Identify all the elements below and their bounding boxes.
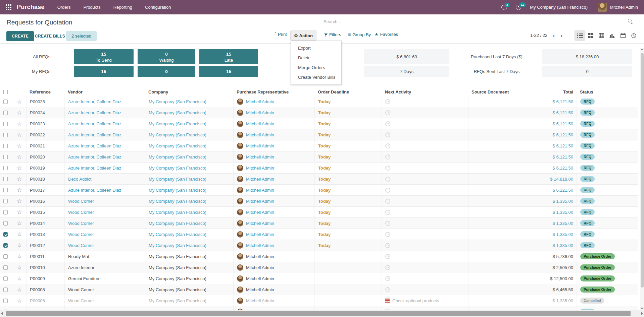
activity-clock-icon[interactable]	[385, 243, 390, 248]
favorites-button[interactable]: ★ Favorites	[375, 32, 398, 37]
kpi-to-send-my[interactable]: 15	[74, 66, 134, 77]
pivot-view-button[interactable]	[596, 30, 607, 41]
vertical-scrollbar[interactable]	[640, 48, 644, 310]
pager-prev-icon[interactable]: ‹	[553, 33, 555, 38]
menu-item-delete[interactable]: Delete	[291, 53, 341, 63]
favorite-star-icon[interactable]: ☆	[17, 220, 22, 226]
table-row[interactable]: ☆P00011Ready MatMy Company (San Francisc…	[0, 251, 638, 262]
table-row[interactable]: ☆P00025Azure Interior, Colleen DiazMy Co…	[0, 96, 638, 107]
activity-clock-icon[interactable]	[385, 166, 390, 171]
favorite-star-icon[interactable]: ☆	[17, 99, 22, 105]
menu-item-create-vendor-bills[interactable]: Create Vendor Bills	[291, 72, 341, 82]
col-order-deadline[interactable]: Order Deadline	[314, 88, 382, 96]
table-row[interactable]: ☆P00020Azure Interior, Colleen DiazMy Co…	[0, 151, 638, 163]
scroll-up-icon[interactable]	[640, 49, 644, 50]
search-icon[interactable]	[628, 19, 632, 22]
table-row[interactable]: ☆P00006Wood CornerMy Company (San Franci…	[0, 295, 638, 306]
row-checkbox[interactable]	[3, 299, 8, 303]
activity-clock-icon[interactable]	[385, 210, 390, 215]
activities-icon[interactable]: 12	[516, 5, 521, 10]
favorite-star-icon[interactable]: ☆	[17, 265, 22, 270]
favorite-star-icon[interactable]: ☆	[17, 187, 22, 193]
table-row[interactable]: ☆P00010Azure InteriorMy Company (San Fra…	[0, 262, 638, 273]
row-checkbox[interactable]	[3, 177, 8, 181]
favorite-star-icon[interactable]: ☆	[17, 232, 22, 237]
table-row[interactable]: ☆P00024Azure Interior, Colleen DiazMy Co…	[0, 107, 638, 118]
search-input[interactable]	[323, 18, 623, 27]
row-checkbox[interactable]	[3, 111, 8, 115]
col-status[interactable]: Status	[577, 88, 638, 96]
col-source-document[interactable]: Source Document	[468, 88, 527, 96]
activity-clock-icon[interactable]	[385, 177, 390, 182]
table-row[interactable]: ☆P00009Gemini FurnitureMy Company (San F…	[0, 273, 638, 284]
scroll-right-icon[interactable]	[641, 312, 643, 315]
row-checkbox[interactable]	[3, 254, 8, 259]
activity-clock-icon[interactable]	[385, 121, 390, 126]
nav-orders[interactable]: Orders	[57, 5, 71, 10]
col-company[interactable]: Company	[145, 88, 233, 96]
row-checkbox[interactable]	[3, 210, 8, 214]
activity-clock-icon[interactable]	[385, 265, 390, 270]
apps-grid-icon[interactable]	[6, 4, 11, 10]
favorite-star-icon[interactable]: ☆	[17, 287, 22, 293]
row-checkbox[interactable]	[3, 265, 8, 270]
row-checkbox[interactable]	[3, 276, 8, 281]
favorite-star-icon[interactable]: ☆	[17, 276, 22, 281]
horizontal-scrollbar[interactable]	[0, 310, 644, 317]
col-total[interactable]: Total	[527, 88, 577, 96]
activity-late-icon[interactable]	[385, 299, 390, 303]
favorite-star-icon[interactable]: ☆	[17, 298, 22, 304]
kpi-to-send-all[interactable]: 15 To Send	[74, 49, 134, 64]
action-button[interactable]: ⚙ Action	[290, 30, 316, 41]
filters-button[interactable]: Filters	[324, 32, 341, 37]
graph-view-button[interactable]	[607, 30, 617, 41]
activity-clock-icon[interactable]	[385, 287, 390, 292]
row-checkbox[interactable]	[3, 122, 8, 126]
kanban-view-button[interactable]	[585, 30, 596, 41]
table-row[interactable]: ☆P00012Wood CornerMy Company (San Franci…	[0, 240, 638, 251]
activity-clock-icon[interactable]	[385, 188, 390, 193]
create-bills-button[interactable]: CREATE BILLS	[31, 31, 69, 41]
nav-configuration[interactable]: Configuration	[145, 5, 171, 10]
favorite-star-icon[interactable]: ☆	[17, 132, 22, 138]
favorite-star-icon[interactable]: ☆	[17, 254, 22, 259]
nav-reporting[interactable]: Reporting	[113, 5, 132, 10]
user-avatar[interactable]	[598, 3, 607, 12]
scroll-left-icon[interactable]	[1, 312, 3, 315]
table-row[interactable]: ☆P00014Wood CornerMy Company (San Franci…	[0, 218, 638, 229]
activity-clock-icon[interactable]	[385, 99, 390, 104]
menu-item-merge-orders[interactable]: Merge Orders	[291, 63, 341, 72]
favorite-star-icon[interactable]: ☆	[17, 243, 22, 248]
pager-next-icon[interactable]: ›	[560, 33, 562, 38]
table-row[interactable]: ☆P00016Wood CornerMy Company (San Franci…	[0, 196, 638, 207]
list-view-button[interactable]	[575, 30, 585, 41]
row-checkbox[interactable]	[3, 199, 8, 203]
messages-icon[interactable]: 4	[501, 5, 507, 9]
groupby-button[interactable]: ≡ Group By	[348, 32, 371, 37]
activity-clock-icon[interactable]	[385, 143, 390, 148]
kpi-late-my[interactable]: 15	[199, 66, 258, 77]
menu-item-export[interactable]: Export	[291, 43, 341, 53]
col-purchase-representative[interactable]: Purchase Representative	[233, 88, 314, 96]
favorite-star-icon[interactable]: ☆	[17, 209, 22, 215]
table-row[interactable]: ☆P00008Wood CornerMy Company (San Franci…	[0, 284, 638, 295]
kpi-late-all[interactable]: 15 Late	[199, 49, 258, 64]
row-checkbox[interactable]	[3, 166, 8, 170]
activity-clock-icon[interactable]	[385, 154, 390, 160]
table-row[interactable]: ☆P00022Azure Interior, Colleen DiazMy Co…	[0, 129, 638, 140]
favorite-star-icon[interactable]: ☆	[17, 198, 22, 204]
table-row[interactable]: ☆P00018Deco AddictMy Company (San Franci…	[0, 174, 638, 185]
nav-products[interactable]: Products	[83, 5, 100, 10]
activity-view-button[interactable]	[628, 30, 639, 41]
row-checkbox[interactable]	[3, 232, 8, 237]
row-checkbox[interactable]	[3, 288, 8, 292]
activity-clock-icon[interactable]	[385, 221, 390, 226]
favorite-star-icon[interactable]: ☆	[17, 121, 22, 127]
create-button[interactable]: CREATE	[6, 31, 34, 41]
row-checkbox[interactable]	[3, 100, 8, 104]
activity-clock-icon[interactable]	[385, 254, 390, 259]
row-checkbox[interactable]	[3, 144, 8, 148]
table-row[interactable]: ☆P00023Azure Interior, Colleen DiazMy Co…	[0, 118, 638, 129]
activity-clock-icon[interactable]	[385, 110, 390, 115]
row-checkbox[interactable]	[3, 221, 8, 226]
